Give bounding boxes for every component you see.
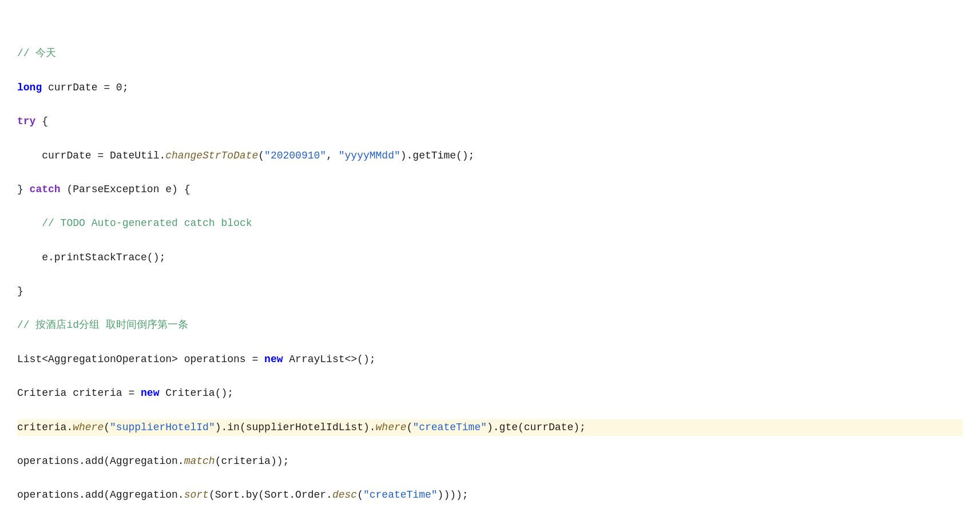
line-comment-today: // 今天 <box>17 45 963 62</box>
line-criteria-where: criteria.where("supplierHotelId").in(sup… <box>17 419 963 436</box>
line-criteria-new: Criteria criteria = new Criteria(); <box>17 385 963 402</box>
line-operations-match: operations.add(Aggregation.match(criteri… <box>17 453 963 470</box>
line-comment-group: // 按酒店id分组 取时间倒序第一条 <box>17 317 963 334</box>
code-editor: // 今天 long currDate = 0; try { currDate … <box>17 11 963 508</box>
line-long-currdate: long currDate = 0; <box>17 80 963 97</box>
line-catch: } catch (ParseException e) { <box>17 181 963 199</box>
line-currdate-assign: currDate = DateUtil.changeStrToDate("202… <box>17 148 963 165</box>
line-close-brace: } <box>17 283 963 300</box>
line-comment-todo: // TODO Auto-generated catch block <box>17 215 963 232</box>
line-printstacktrace: e.printStackTrace(); <box>17 249 963 267</box>
line-list-operations: List<AggregationOperation> operations = … <box>17 351 963 368</box>
line-operations-sort: operations.add(Aggregation.sort(Sort.by(… <box>17 487 963 504</box>
line-try-open: try { <box>17 113 963 130</box>
